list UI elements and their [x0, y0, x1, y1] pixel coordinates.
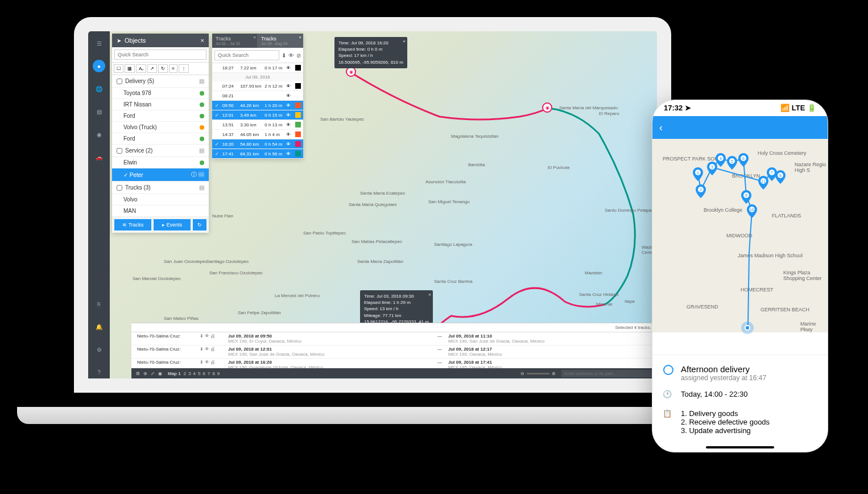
task-card: Afternoon delivery assigned yesterday at… [652, 355, 828, 452]
close-icon[interactable]: × [428, 291, 431, 298]
zoom-out-icon[interactable]: ⊖ [520, 371, 524, 376]
menu-icon[interactable]: ☰ [93, 37, 105, 50]
tb-btn[interactable]: ☐ [114, 64, 123, 73]
zoom-in-icon[interactable]: ⊕ [552, 371, 556, 376]
phone-map-pin[interactable]: 9 [741, 190, 752, 204]
nav-globe-icon[interactable]: 🌐 [93, 83, 105, 95]
object-item[interactable]: IRT Nissan [112, 99, 209, 110]
map-place-label: San Mateo Piñas [164, 316, 199, 321]
phone-map-pin[interactable]: 2 [695, 184, 706, 198]
home-indicator[interactable] [706, 446, 774, 448]
map-place-label: El Pochote [548, 165, 570, 170]
map-area[interactable]: San José LajarciaSanta María del Marques… [110, 31, 657, 378]
map-page[interactable]: 8 [212, 371, 214, 376]
map-marker[interactable]: ◉ [542, 102, 552, 113]
object-item[interactable]: Ford [112, 133, 209, 145]
phone-map-pin[interactable]: 10 [746, 204, 758, 218]
map-page[interactable]: 4 [193, 371, 196, 376]
tracks-search-input[interactable] [214, 50, 279, 60]
tracks-tab[interactable]: TracksJul 29 - Aug 04× [258, 34, 303, 48]
track-row[interactable]: 18:277.22 km0 h 17 m👁 [212, 63, 303, 73]
nav-help-icon[interactable]: ? [93, 366, 105, 378]
object-item[interactable]: Ford [112, 110, 209, 122]
tb-btn[interactable]: ↻ [158, 64, 168, 73]
log-row[interactable]: Nieto-70-Salina Cruz:⬇ 👁 🖨Jul 09, 2018 a… [131, 332, 657, 345]
svg-text:11: 11 [761, 179, 766, 183]
track-row[interactable]: 07:24107.93 km2 h 12 m👁 [212, 81, 303, 91]
phone-map-pin[interactable]: 5 [726, 156, 738, 170]
tracks-panel: TracksJul 01 - Jul 31×TracksJul 29 - Aug… [212, 34, 303, 159]
object-group[interactable]: Trucks (3) ▤ [112, 182, 209, 194]
object-group[interactable]: Service (2) ▤ [112, 145, 209, 157]
phone-map-pin[interactable]: 11 [758, 176, 769, 190]
nav-chart-icon[interactable]: ▤ [93, 105, 105, 118]
map-page[interactable]: 9 [217, 371, 220, 376]
back-icon[interactable]: ‹ [659, 122, 663, 134]
tb-btn[interactable]: ⋮ [179, 64, 189, 73]
bar-icon[interactable]: ⊞ [136, 371, 140, 376]
phone-map-pin[interactable]: 4 [715, 153, 726, 167]
tb-btn[interactable]: ≡ [169, 64, 177, 73]
tb-btn[interactable]: ▦ [125, 64, 135, 73]
nav-exit-icon[interactable]: ⎘ [93, 298, 105, 310]
hide-icon[interactable]: ⊘ [296, 52, 301, 59]
map-page[interactable]: 7 [208, 371, 210, 376]
object-item[interactable]: ✓ Peter ⓘ ▤ [112, 168, 209, 182]
objects-panel-header: ➤ Objects × [112, 34, 209, 47]
track-row[interactable]: ✓12:013.49 km0 h 15 m👁 [212, 110, 303, 120]
close-icon[interactable]: × [201, 37, 204, 44]
bar-icon[interactable]: ◉ [158, 371, 162, 376]
phone-map-pin[interactable]: 1 [692, 167, 704, 181]
track-row[interactable]: ✓17:4164.31 km0 h 56 m👁 [212, 149, 303, 159]
log-row[interactable]: Nieto-70-Salina Cruz:⬇ 👁 🖨Jul 09, 2018 a… [131, 345, 657, 359]
track-row[interactable]: 08:21👁 [212, 91, 303, 101]
tb-btn[interactable]: ↗ [147, 64, 157, 73]
object-item[interactable]: Volvo [112, 194, 209, 205]
close-icon[interactable]: × [403, 38, 406, 44]
task-status-icon [663, 364, 674, 376]
nav-poi-icon[interactable]: ◉ [93, 128, 105, 141]
download-icon[interactable]: ⬇ [282, 52, 286, 59]
map-place-label: Magdalena Tequisistlán [451, 134, 498, 139]
object-item[interactable]: Volvo (Truck) [112, 122, 209, 133]
nav-settings-icon[interactable]: ⚙ [93, 343, 105, 356]
phone-map-pin[interactable]: 6 [738, 153, 749, 167]
phone-map-pin[interactable]: 8 [775, 170, 786, 184]
map-place-label: Santiago Lapaguía [434, 242, 472, 247]
task-time: Today, 14:00 - 22:30 [681, 390, 748, 398]
track-row[interactable]: ✓09:5044.26 km1 h 20 m👁 [212, 101, 303, 110]
track-row[interactable]: ✓16:2054.80 km0 h 54 m👁 [212, 139, 303, 149]
object-group[interactable]: Delivery (5) ▤ [112, 75, 209, 88]
bar-icon[interactable]: ⤢ [151, 371, 155, 376]
map-page[interactable]: 3 [188, 371, 191, 376]
phone-map[interactable]: PROSPECT PARK SOUTHHoly Cross CemeteryNa… [652, 139, 828, 332]
history-button[interactable]: ↻ [193, 219, 206, 230]
nav-bell-icon[interactable]: 🔔 [93, 320, 105, 333]
map-place-label: Santiago Ozolotepec [206, 259, 249, 264]
object-item[interactable]: Elwin [112, 157, 209, 168]
object-item[interactable]: MAN [112, 205, 209, 217]
map-page[interactable]: 6 [202, 371, 205, 376]
objects-title: Objects [125, 37, 146, 44]
svg-text:4: 4 [720, 157, 722, 160]
log-row[interactable]: Nieto-70-Salina Cruz:⬇ 👁 🖨Jul 09, 2018 a… [131, 359, 657, 368]
map-place-label: Santa Cruz Bamba [434, 279, 473, 284]
map-place-label: San Francisco Ozolotepec [209, 270, 263, 275]
map-page[interactable]: 5 [198, 371, 200, 376]
nav-car-icon[interactable]: 🚗 [93, 151, 105, 163]
bar-icon[interactable]: ⊕ [143, 371, 147, 376]
tracks-tab[interactable]: TracksJul 01 - Jul 31× [212, 34, 258, 48]
eye-icon[interactable]: 👁 [288, 52, 294, 59]
track-row[interactable]: 14:3744.05 km1 h 4 m👁 [212, 130, 303, 139]
tb-btn[interactable]: Aᵤ [136, 64, 146, 73]
bottom-bar: ⊞ ⊕ ⤢ ◉ Map 1 23456789 ⊖ ⊕ [131, 368, 657, 378]
task-step: 3. Update advertising [681, 426, 770, 435]
object-item[interactable]: Toyota 978 [112, 88, 209, 99]
objects-search-input[interactable] [114, 50, 206, 60]
map-page[interactable]: 2 [184, 371, 186, 376]
tracks-button[interactable]: ≋ Tracks [114, 219, 151, 230]
address-input[interactable] [561, 370, 652, 377]
track-row[interactable]: 13:513.30 km0 h 13 m👁 [212, 120, 303, 130]
nav-location-icon[interactable]: ● [93, 60, 105, 72]
events-button[interactable]: ▸ Events [154, 219, 191, 230]
